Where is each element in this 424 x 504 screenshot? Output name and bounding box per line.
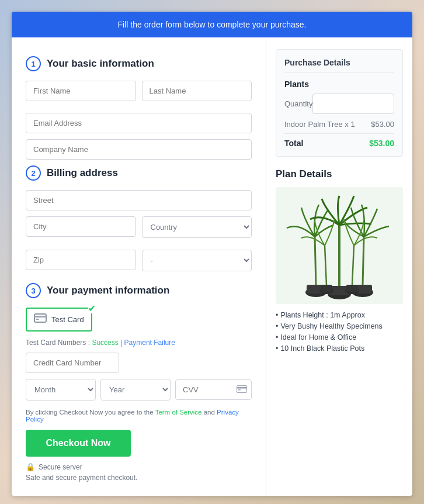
section-3-title: Your payment information (47, 285, 169, 296)
feature-1: •Plants Height : 1m Approx (276, 311, 403, 319)
feature-2: •Very Bushy Healthy Specimens (276, 322, 403, 330)
test-card-info: Test Card Numbers : Success | Payment Fa… (26, 339, 252, 347)
email-group (26, 113, 252, 133)
quantity-row: Quantity 1 (284, 94, 394, 114)
name-row (26, 81, 252, 107)
first-name-input[interactable] (26, 81, 136, 101)
svg-rect-13 (321, 285, 332, 292)
year-select[interactable]: Year 202420252026 202720282029 (100, 379, 171, 401)
zip-input[interactable] (26, 250, 136, 270)
feature-4: •10 Inch Black Plastic Pots (276, 344, 403, 353)
payment-expiry-row: Month 010203 040506 070809 101112 Year 2… (26, 379, 252, 401)
svg-line-19 (325, 246, 326, 285)
email-input[interactable] (26, 113, 252, 133)
first-name-group (26, 81, 136, 101)
svg-rect-3 (237, 385, 247, 392)
svg-rect-4 (237, 387, 247, 389)
company-input[interactable] (26, 139, 252, 160)
payment-header: 3 Your payment information (26, 283, 252, 298)
card-label: Test Card (51, 315, 84, 324)
billing-header: 2 Billing address (26, 165, 252, 181)
country-group: Country (142, 216, 252, 238)
section-2-number: 2 (26, 165, 41, 181)
purchase-details-title: Purchase Details (284, 58, 394, 73)
plant-features: •Plants Height : 1m Approx •Very Bushy H… (276, 311, 403, 353)
month-select[interactable]: Month 010203 040506 070809 101112 (26, 379, 96, 401)
svg-line-18 (363, 237, 364, 285)
city-group (26, 216, 136, 238)
quantity-label: Quantity (284, 99, 312, 108)
banner-text: Fill the order form below to complete yo… (118, 20, 307, 29)
item-row: Indoor Palm Tree x 1 $53.00 (284, 120, 394, 129)
terms-text: By clicking Checkout Now you agree to th… (26, 409, 252, 423)
svg-line-16 (315, 237, 316, 285)
state-group: - (142, 250, 252, 271)
card-check-icon: ✔ (88, 304, 96, 313)
street-group (26, 190, 252, 210)
main-content: 1 Your basic information 2 Billin (12, 37, 412, 496)
credit-card-input[interactable] (26, 353, 119, 373)
section-2-title: Billing address (47, 167, 118, 179)
left-panel: 1 Your basic information 2 Billin (12, 37, 266, 496)
svg-rect-15 (346, 285, 358, 292)
plant-image (276, 187, 403, 304)
purchase-details-box: Purchase Details Plants Quantity 1 Indoo… (276, 49, 403, 157)
state-select[interactable]: - (142, 250, 252, 271)
safe-text: Safe and secure payment checkout. (26, 474, 252, 482)
company-group (26, 139, 252, 160)
credit-card-group (26, 353, 119, 373)
feature-3: •Ideal for Home & Office (276, 333, 403, 341)
terms-prefix: By clicking Checkout Now you agree to th… (26, 409, 154, 416)
terms-conjunction: and (204, 409, 215, 416)
item-label: Indoor Palm Tree x 1 (284, 120, 355, 129)
street-input[interactable] (26, 190, 252, 210)
checkout-button[interactable]: Checkout Now (26, 430, 131, 457)
last-name-input[interactable] (142, 81, 252, 101)
basic-info-header: 1 Your basic information (26, 56, 252, 71)
city-country-row: Country (26, 216, 252, 244)
cvv-card-icon (237, 385, 247, 395)
section-1-title: Your basic information (47, 58, 154, 70)
svg-rect-5 (238, 389, 241, 391)
country-select[interactable]: Country (142, 216, 252, 238)
plan-details-title: Plan Details (276, 168, 403, 180)
card-icon (34, 313, 47, 326)
top-banner: Fill the order form below to complete yo… (12, 12, 412, 37)
last-name-group (142, 81, 252, 101)
cvv-group (175, 379, 252, 400)
page-wrapper: Fill the order form below to complete yo… (12, 12, 412, 496)
svg-line-20 (352, 246, 354, 285)
total-price: $53.00 (369, 139, 394, 148)
item-price: $53.00 (371, 120, 394, 129)
secure-row: 🔒 Secure server (26, 462, 252, 471)
failure-link[interactable]: Payment Failure (124, 339, 175, 347)
card-option[interactable]: Test Card ✔ (26, 308, 92, 332)
right-panel: Purchase Details Plants Quantity 1 Indoo… (266, 37, 412, 496)
zip-group (26, 250, 136, 271)
total-row: Total $53.00 (284, 133, 394, 148)
product-category: Plants (284, 80, 394, 89)
svg-rect-1 (34, 316, 46, 317)
section-3-number: 3 (26, 283, 41, 298)
test-card-label: Test Card Numbers : (26, 339, 90, 347)
secure-label: Secure server (39, 463, 82, 471)
tos-link[interactable]: Term of Service (155, 409, 202, 416)
success-link[interactable]: Success (92, 339, 118, 347)
section-1-number: 1 (26, 56, 41, 71)
city-input[interactable] (26, 216, 136, 237)
quantity-input[interactable]: 1 (312, 94, 394, 114)
total-label: Total (284, 139, 303, 148)
plan-details: Plan Details (276, 168, 403, 353)
lock-icon: 🔒 (26, 462, 35, 471)
svg-rect-2 (36, 319, 39, 320)
zip-state-row: - (26, 250, 252, 277)
svg-rect-0 (34, 314, 46, 322)
